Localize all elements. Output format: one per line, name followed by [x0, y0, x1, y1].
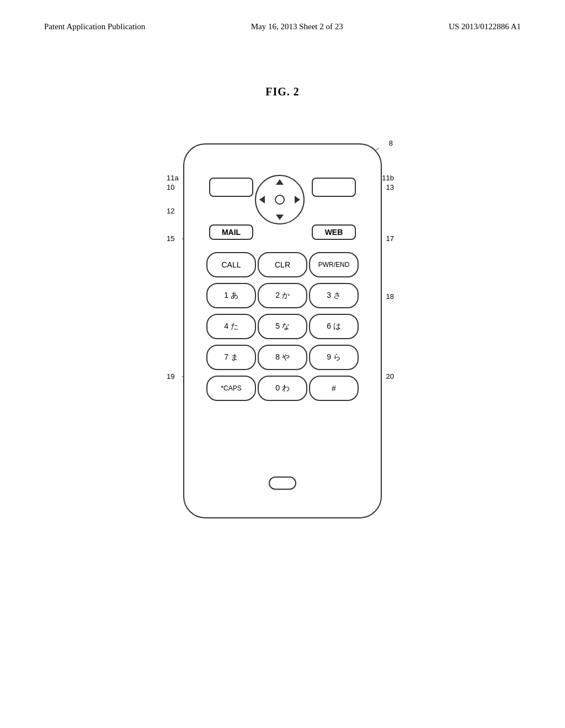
key-0[interactable]: 0 わ	[258, 376, 307, 401]
ref-label-15: 15	[167, 234, 174, 243]
microphone	[269, 477, 296, 490]
key-7[interactable]: 7 ま	[206, 345, 256, 370]
numpad-row-2: 4 た 5 な 6 は	[206, 314, 359, 339]
left-softkey[interactable]	[209, 178, 253, 197]
header-center: May 16, 2013 Sheet 2 of 23	[251, 22, 343, 31]
key-1[interactable]: 1 あ	[206, 283, 256, 308]
mail-button[interactable]: MAIL	[209, 224, 253, 240]
numpad-row-1: 1 あ 2 か 3 さ	[206, 283, 359, 308]
page-header: Patent Application Publication May 16, 2…	[0, 22, 565, 31]
header-right: US 2013/0122886 A1	[449, 22, 521, 31]
keypad: CALL CLR PWR/END 1 あ 2 か 3 さ 4 た 5 な 6 は…	[201, 252, 364, 406]
pwr-end-button[interactable]: PWR/END	[309, 252, 359, 277]
figure-title: FIG. 2	[265, 85, 300, 98]
nav-arrows-horizontal	[256, 176, 303, 223]
right-softkey[interactable]	[312, 178, 356, 197]
function-key-row: MAIL WEB	[201, 224, 364, 240]
key-9[interactable]: 9 ら	[309, 345, 359, 370]
key-5[interactable]: 5 な	[258, 314, 307, 339]
key-star-caps[interactable]: *CAPS	[206, 376, 256, 401]
ref-label-20: 20	[386, 372, 394, 381]
nav-right-arrow[interactable]	[295, 196, 300, 204]
ref-label-11a: 11a	[167, 174, 179, 182]
key-4[interactable]: 4 た	[206, 314, 256, 339]
ref-label-10: 10	[167, 183, 174, 191]
web-button[interactable]: WEB	[312, 224, 356, 240]
phone-body: MAIL WEB CALL CLR PWR/END 1 あ 2 か 3 さ 4 …	[183, 143, 382, 518]
nav-left-arrow[interactable]	[259, 196, 265, 204]
ref-label-18: 18	[386, 292, 394, 301]
nav-center-button[interactable]	[275, 195, 285, 205]
clr-button[interactable]: CLR	[258, 252, 307, 277]
key-3[interactable]: 3 さ	[309, 283, 359, 308]
numpad-row-3: 7 ま 8 や 9 ら	[206, 345, 359, 370]
ref-label-17: 17	[386, 234, 394, 243]
key-8[interactable]: 8 や	[258, 345, 307, 370]
phone-diagram: 8 11a 11b 14 10 13 12 15 16 17 18 19 20 …	[167, 121, 398, 540]
nav-container	[255, 175, 310, 230]
key-hash[interactable]: #	[309, 376, 359, 401]
action-key-row: CALL CLR PWR/END	[206, 252, 359, 277]
ref-label-12: 12	[167, 207, 174, 215]
ref-label-19: 19	[167, 372, 174, 381]
nav-circle[interactable]	[255, 175, 305, 224]
header-left: Patent Application Publication	[44, 22, 145, 31]
numpad-row-4: *CAPS 0 わ #	[206, 376, 359, 401]
ref-label-11b: 11b	[382, 174, 394, 182]
call-button[interactable]: CALL	[206, 252, 256, 277]
key-2[interactable]: 2 か	[258, 283, 307, 308]
ref-label-13: 13	[386, 183, 394, 191]
ref-label-8: 8	[389, 139, 393, 147]
key-6[interactable]: 6 は	[309, 314, 359, 339]
